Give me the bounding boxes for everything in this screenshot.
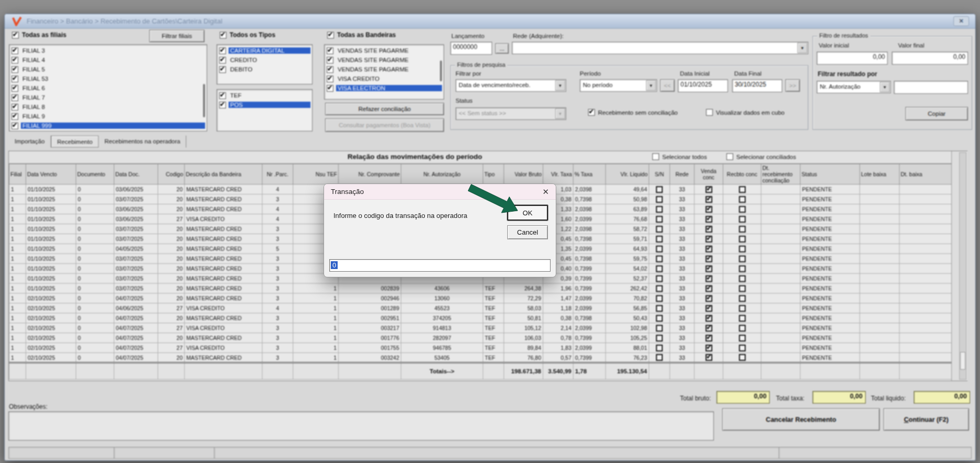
column-header[interactable]: Nsu TEF bbox=[293, 164, 339, 185]
selecionar-conciliados-checkbox-row[interactable]: Selecionar conciliados bbox=[726, 153, 796, 160]
venda-conc-checkbox[interactable] bbox=[706, 246, 712, 252]
lancamento-browse-button[interactable]: ... bbox=[495, 43, 509, 54]
column-header[interactable]: Rede bbox=[670, 164, 695, 185]
all-bandeiras-checkbox[interactable] bbox=[327, 32, 334, 39]
sn-checkbox[interactable] bbox=[656, 335, 663, 342]
sn-checkbox[interactable] bbox=[656, 285, 663, 292]
list-item[interactable]: POS bbox=[218, 100, 312, 109]
recbto-conc-checkbox[interactable] bbox=[739, 335, 746, 342]
sn-checkbox[interactable] bbox=[656, 246, 663, 252]
consultar-pagamentos-button[interactable]: Consultar pagamentos (Boa Vista) bbox=[325, 118, 444, 132]
venda-conc-checkbox[interactable] bbox=[706, 335, 712, 342]
recbto-conc-checkbox[interactable] bbox=[739, 255, 746, 262]
column-header[interactable]: Nr .Parc. bbox=[262, 164, 293, 185]
venda-conc-checkbox[interactable] bbox=[706, 186, 712, 193]
venda-conc-checkbox[interactable] bbox=[706, 226, 712, 233]
item-checkbox[interactable] bbox=[11, 76, 18, 82]
sn-checkbox[interactable] bbox=[656, 226, 663, 233]
column-header[interactable]: Nr. Autorização bbox=[401, 164, 483, 185]
list-item[interactable]: FILIAL 999 bbox=[10, 121, 206, 130]
item-checkbox[interactable] bbox=[219, 57, 226, 64]
recbto-conc-checkbox[interactable] bbox=[739, 354, 746, 361]
venda-conc-checkbox[interactable] bbox=[706, 345, 712, 351]
item-checkbox[interactable] bbox=[11, 66, 18, 73]
chevron-down-icon[interactable]: ▼ bbox=[797, 43, 807, 53]
venda-conc-checkbox[interactable] bbox=[706, 354, 712, 361]
recbto-conc-checkbox[interactable] bbox=[739, 206, 746, 213]
list-item[interactable]: TEF bbox=[218, 91, 312, 100]
visualizar-dados-cubo-checkbox-row[interactable]: Visualizar dados em cubo bbox=[706, 109, 784, 116]
list-item[interactable]: VENDAS SITE PAGARME bbox=[326, 65, 443, 74]
table-row[interactable]: 102/10/2025004/06/202527VISA CREDITO4100… bbox=[9, 303, 952, 313]
table-row[interactable]: 102/10/2025004/07/202527VISA CREDITO3100… bbox=[9, 323, 952, 333]
all-tipos-checkbox[interactable] bbox=[220, 32, 226, 39]
venda-conc-checkbox[interactable] bbox=[706, 206, 712, 213]
recbto-conc-checkbox[interactable] bbox=[739, 265, 746, 272]
column-header[interactable]: Descrição da Bandeira bbox=[185, 164, 262, 185]
column-header[interactable]: Tipo bbox=[483, 164, 504, 185]
table-row[interactable]: 101/10/2025003/07/202520MASTERCARD CRED3… bbox=[9, 284, 952, 294]
venda-conc-checkbox[interactable] bbox=[706, 265, 712, 272]
cancel-button[interactable]: Cancel bbox=[507, 225, 548, 239]
column-header[interactable]: Vlr. Taxa bbox=[543, 164, 573, 185]
item-checkbox[interactable] bbox=[11, 85, 18, 92]
recbto-conc-checkbox[interactable] bbox=[739, 196, 746, 203]
column-header[interactable]: Venda conc bbox=[695, 164, 723, 185]
list-item[interactable]: VISA CREDITO bbox=[326, 74, 443, 83]
table-row[interactable]: 102/10/2025004/07/202520MASTERCARD CRED3… bbox=[9, 353, 952, 363]
sn-checkbox[interactable] bbox=[656, 216, 663, 223]
list-item[interactable]: VISA ELECTRON bbox=[326, 83, 443, 93]
recbto-conc-checkbox[interactable] bbox=[739, 275, 746, 282]
sn-checkbox[interactable] bbox=[656, 315, 663, 322]
venda-conc-checkbox[interactable] bbox=[706, 285, 712, 292]
continuar-button[interactable]: Continuar (F2) bbox=[883, 408, 969, 431]
column-header[interactable]: Valor Bruto bbox=[504, 164, 543, 185]
sn-checkbox[interactable] bbox=[656, 196, 663, 203]
chevron-down-icon[interactable]: ▼ bbox=[880, 82, 890, 92]
venda-conc-checkbox[interactable] bbox=[706, 305, 712, 312]
dialog-close-icon[interactable]: ✕ bbox=[542, 188, 549, 196]
selecionar-conciliados-checkbox[interactable] bbox=[726, 153, 733, 160]
tipos-tef-pos-listbox[interactable]: TEFPOS bbox=[217, 89, 313, 131]
sn-checkbox[interactable] bbox=[656, 354, 663, 361]
ok-button[interactable]: OK bbox=[507, 205, 548, 221]
item-checkbox[interactable] bbox=[11, 113, 18, 120]
sn-checkbox[interactable] bbox=[656, 305, 663, 312]
data-inicial-input[interactable]: 01/10/2025 bbox=[678, 79, 728, 92]
bandeiras-listbox[interactable]: VENDAS SITE PAGARMEVENDAS SITE PAGARMEVE… bbox=[324, 44, 444, 100]
recbto-conc-checkbox[interactable] bbox=[739, 226, 746, 233]
item-checkbox[interactable] bbox=[327, 57, 333, 64]
recbto-conc-checkbox[interactable] bbox=[739, 236, 746, 242]
all-filiais-checkbox[interactable] bbox=[12, 32, 19, 39]
scrollbar-thumb[interactable] bbox=[960, 352, 965, 370]
item-checkbox[interactable] bbox=[327, 76, 333, 82]
list-item[interactable]: CREDITO bbox=[218, 55, 312, 65]
item-checkbox[interactable] bbox=[219, 102, 226, 108]
filtrar-filiais-button[interactable]: Filtrar filiais bbox=[149, 30, 205, 42]
sn-checkbox[interactable] bbox=[656, 325, 663, 332]
list-item[interactable]: FILIAL 6 bbox=[10, 83, 206, 93]
valor-final-input[interactable]: 0,00 bbox=[892, 52, 968, 65]
recebimento-sem-conciliacao-checkbox[interactable] bbox=[588, 109, 595, 116]
sn-checkbox[interactable] bbox=[656, 186, 663, 193]
venda-conc-checkbox[interactable] bbox=[706, 275, 712, 282]
observacoes-textarea[interactable] bbox=[8, 411, 714, 441]
item-checkbox[interactable] bbox=[11, 104, 18, 111]
recbto-conc-checkbox[interactable] bbox=[739, 305, 746, 312]
column-header[interactable]: Filial bbox=[9, 164, 26, 185]
filiais-scrollbar[interactable] bbox=[203, 84, 205, 117]
list-item[interactable]: FILIAL 4 bbox=[10, 55, 206, 65]
column-header[interactable]: S/N bbox=[649, 164, 670, 185]
column-header[interactable]: Vlr. Liquido bbox=[606, 164, 649, 185]
rede-adquirente-select[interactable]: ▼ bbox=[512, 42, 808, 54]
column-header[interactable]: Codigo bbox=[158, 164, 185, 185]
all-tipos-checkbox-row[interactable]: Todos os Tipos bbox=[220, 31, 276, 39]
recbto-conc-checkbox[interactable] bbox=[739, 186, 746, 193]
item-checkbox[interactable] bbox=[327, 47, 333, 54]
filiais-listbox[interactable]: FILIAL 3FILIAL 4FILIAL 5FILIAL 53FILIAL … bbox=[9, 44, 207, 131]
item-checkbox[interactable] bbox=[327, 66, 333, 73]
list-item[interactable]: CARTEIRA DIGITAL bbox=[218, 46, 312, 55]
list-item[interactable]: FILIAL 53 bbox=[10, 74, 206, 83]
status-select[interactable]: << Sem status >> ▼ bbox=[456, 107, 566, 120]
venda-conc-checkbox[interactable] bbox=[706, 196, 712, 203]
